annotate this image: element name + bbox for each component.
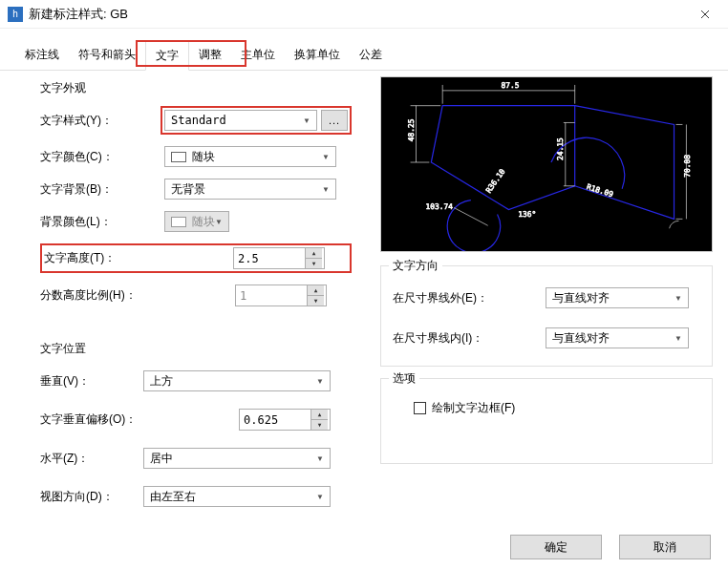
chevron-down-icon: ▼ [316, 454, 324, 463]
svg-text:R36.10: R36.10 [484, 167, 507, 195]
window-title: 新建标注样式: GB [29, 6, 128, 23]
input-offset[interactable] [240, 413, 310, 427]
tab-alt[interactable]: 换算单位 [285, 41, 350, 71]
chevron-down-icon: ▼ [316, 493, 324, 501]
combo-horiz[interactable]: 居中 ▼ [143, 448, 331, 469]
preview-svg: 87.5 48.25 24.15 70.08 103.74 R36.10 R18… [381, 77, 712, 251]
spinner-down-icon: ▼ [308, 296, 324, 306]
combo-view-value: 由左至右 [150, 489, 196, 505]
label-bgcolor: 背景颜色(L)： [40, 214, 164, 230]
checkbox-frame[interactable]: 绘制文字边框(F) [414, 400, 515, 416]
group-appearance: 文字外观 文字样式(Y)： Standard ▼ ... 文字颜色(C)： 随块… [29, 76, 363, 320]
label-vert: 垂直(V)： [40, 373, 143, 390]
svg-text:136°: 136° [518, 210, 536, 219]
spinner-down-icon[interactable]: ▼ [311, 420, 328, 431]
svg-text:87.5: 87.5 [502, 81, 520, 90]
combo-outside-value: 与直线对齐 [552, 290, 610, 306]
svg-text:R18.09: R18.09 [586, 182, 614, 199]
spinner-up-icon[interactable]: ▲ [306, 248, 322, 259]
combo-vert[interactable]: 上方 ▼ [143, 370, 331, 391]
ok-button[interactable]: 确定 [510, 535, 602, 559]
chevron-down-icon: ▼ [316, 377, 324, 386]
tab-symbols[interactable]: 符号和箭头 [69, 41, 145, 71]
chevron-down-icon: ▼ [322, 185, 330, 194]
highlight-style: Standard ▼ ... [161, 106, 352, 135]
combo-inside[interactable]: 与直线对齐 ▼ [546, 327, 689, 348]
legend-placement: 文字位置 [40, 341, 352, 357]
group-placement: 文字位置 垂直(V)： 上方 ▼ 文字垂直偏移(O)： ▲▼ 水平(Z)： 居中 [29, 331, 363, 520]
chevron-down-icon: ▼ [303, 116, 310, 125]
label-color: 文字颜色(C)： [40, 149, 164, 165]
spinner-text-height[interactable]: ▲▼ [233, 247, 325, 269]
spinner-down-icon[interactable]: ▼ [306, 259, 322, 269]
combo-outside[interactable]: 与直线对齐 ▼ [546, 287, 689, 308]
label-frac: 分数高度比例(H)： [40, 287, 235, 304]
label-style: 文字样式(Y)： [40, 113, 161, 129]
label-bg: 文字背景(B)： [40, 181, 164, 198]
group-direction: 文字方向 在尺寸界线外(E)： 与直线对齐 ▼ 在尺寸界线内(I)： 与直线对齐… [380, 265, 713, 367]
tab-tol[interactable]: 公差 [350, 41, 392, 71]
label-height: 文字高度(T)： [44, 250, 233, 266]
preview-pane: 87.5 48.25 24.15 70.08 103.74 R36.10 R18… [380, 76, 713, 252]
close-button[interactable] [686, 1, 724, 28]
combo-inside-value: 与直线对齐 [552, 330, 610, 347]
titlebar: h 新建标注样式: GB [0, 0, 728, 29]
combo-vert-value: 上方 [150, 373, 173, 390]
label-horiz: 水平(Z)： [40, 451, 143, 467]
spinner-up-icon[interactable]: ▲ [311, 410, 328, 420]
svg-text:48.25: 48.25 [407, 118, 416, 141]
tab-text[interactable]: 文字 [145, 41, 189, 71]
label-inside: 在尺寸界线内(I)： [393, 330, 546, 347]
chevron-down-icon: ▼ [322, 153, 330, 161]
combo-bg-color: 随块 ▼ [164, 211, 229, 232]
chevron-down-icon: ▼ [674, 294, 682, 303]
tab-primary[interactable]: 主单位 [231, 41, 285, 71]
svg-text:103.74: 103.74 [425, 202, 453, 211]
legend-direction: 文字方向 [389, 258, 442, 274]
app-icon: h [8, 7, 23, 22]
spinner-offset[interactable]: ▲▼ [239, 409, 331, 431]
input-text-height[interactable] [234, 252, 305, 265]
svg-text:70.08: 70.08 [683, 155, 692, 178]
checkbox-box-icon [414, 402, 426, 414]
combo-text-style[interactable]: Standard ▼ [164, 110, 317, 131]
combo-horiz-value: 居中 [150, 451, 173, 467]
color-swatch-icon [171, 152, 186, 162]
legend-options: 选项 [389, 370, 419, 387]
combo-text-bg-value: 无背景 [171, 181, 205, 198]
spinner-up-icon: ▲ [308, 285, 324, 296]
chevron-down-icon: ▼ [674, 334, 682, 343]
label-offset: 文字垂直偏移(O)： [40, 411, 239, 428]
button-style-browse[interactable]: ... [321, 110, 348, 131]
close-icon [700, 10, 710, 19]
combo-text-color[interactable]: 随块 ▼ [164, 146, 336, 167]
legend-appearance: 文字外观 [40, 80, 352, 96]
group-options: 选项 绘制文字边框(F) [380, 378, 713, 464]
combo-bg-color-value: 随块 [192, 214, 215, 230]
combo-text-color-value: 随块 [192, 149, 215, 165]
tab-dimline[interactable]: 标注线 [15, 41, 69, 71]
label-view: 视图方向(D)： [40, 489, 143, 505]
tab-bar: 标注线 符号和箭头 文字 调整 主单位 换算单位 公差 [0, 40, 728, 71]
spinner-frac-height: ▲▼ [235, 284, 327, 306]
combo-view[interactable]: 由左至右 ▼ [143, 486, 331, 507]
tab-fit[interactable]: 调整 [189, 41, 231, 71]
svg-line-17 [454, 208, 488, 226]
highlight-height: 文字高度(T)： ▲▼ [40, 243, 352, 273]
chevron-down-icon: ▼ [215, 218, 223, 226]
color-swatch-icon [171, 217, 186, 227]
label-outside: 在尺寸界线外(E)： [393, 290, 546, 306]
input-frac-height [236, 289, 307, 303]
combo-text-style-value: Standard [171, 114, 226, 127]
combo-text-bg[interactable]: 无背景 ▼ [164, 179, 336, 200]
svg-text:24.15: 24.15 [556, 137, 565, 160]
footer: 确定 取消 [510, 535, 711, 559]
cancel-button[interactable]: 取消 [619, 535, 711, 559]
checkbox-frame-label: 绘制文字边框(F) [432, 400, 515, 416]
